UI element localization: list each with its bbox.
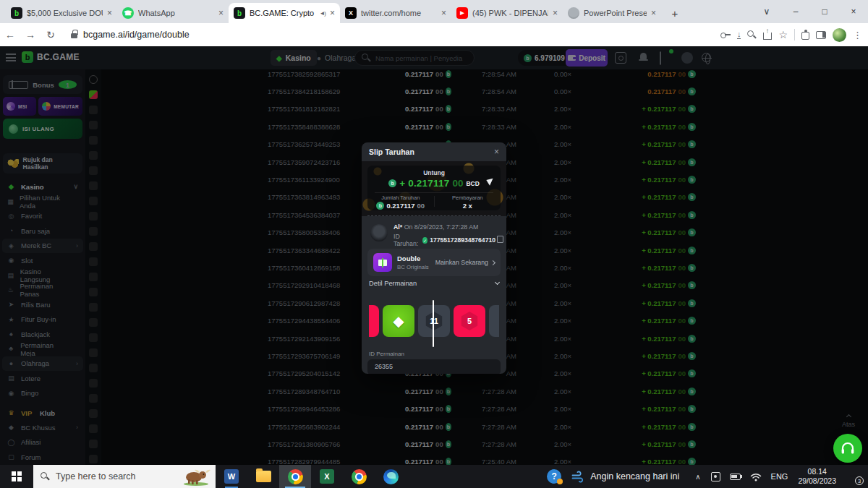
language-indicator[interactable]: ENG: [771, 472, 788, 481]
search-icon: [41, 472, 50, 481]
weather-text: Angin kencang hari ini: [590, 471, 679, 481]
back-button[interactable]: ←: [0, 29, 20, 40]
extensions-icon[interactable]: [801, 32, 809, 40]
tray-app-icon[interactable]: [711, 472, 720, 481]
window-close-button[interactable]: ×: [839, 7, 868, 17]
profit-value: + 0.217117: [399, 178, 449, 189]
divider: [794, 29, 795, 40]
result-tile: ◆: [369, 305, 379, 337]
game-name: Double: [397, 254, 429, 262]
window-maximize-button[interactable]: □: [810, 7, 839, 17]
tab-close-icon[interactable]: ×: [553, 8, 558, 18]
double-result-strip: ◆ ◆ 11 ◆ 5 ◆ ◆: [369, 300, 499, 347]
browser-menu-icon[interactable]: ⋮: [853, 30, 862, 40]
taskbar-file-explorer-icon[interactable]: [247, 465, 279, 488]
url-text[interactable]: bcgame.ai/id/game/double: [83, 30, 190, 40]
browser-tab[interactable]: X twitter.com/home ◄) ×: [340, 3, 451, 23]
taskbar-chrome-icon[interactable]: [343, 465, 375, 488]
bookmark-star-icon[interactable]: ☆: [778, 29, 788, 40]
tab-audio-icon[interactable]: ◄): [319, 10, 326, 17]
payout-label: Pembayaran: [435, 194, 501, 201]
tab-favicon: ▶: [456, 7, 468, 19]
taskbar-excel-icon[interactable]: X: [311, 465, 343, 488]
tab-close-icon[interactable]: ×: [330, 8, 335, 18]
play-now-link[interactable]: Mainkan Sekarang: [435, 259, 495, 266]
browser-tab[interactable]: b $5,000 Exclusive DOU ◄) ×: [6, 3, 117, 23]
bcd-coin-icon: b: [376, 202, 384, 210]
browser-tab-strip: b $5,000 Exclusive DOU ◄) × ☎ WhatsApp ◄…: [0, 0, 868, 23]
browser-tab[interactable]: b BC.GAME: Crypto ◄) ×: [229, 3, 340, 23]
bet-datetime: On 8/29/2023, 7:27:28 AM: [404, 223, 479, 231]
profile-avatar[interactable]: [833, 28, 846, 42]
game-card[interactable]: Double BC Originals Mainkan Sekarang: [367, 249, 501, 276]
date-text: 29/08/2023: [798, 476, 836, 486]
windows-taskbar: Type here to search W X ?: [0, 465, 868, 488]
tab-close-icon[interactable]: ×: [218, 8, 224, 18]
chevron-right-icon: [490, 260, 495, 265]
taskbar-edge-icon[interactable]: [375, 465, 407, 488]
game-detail-toggle[interactable]: Detil Permainan: [369, 280, 499, 287]
share-icon[interactable]: [763, 33, 772, 40]
username: Al*: [393, 223, 402, 231]
double-game-icon: [373, 253, 392, 272]
taskbar-search-input[interactable]: Type here to search: [33, 465, 216, 488]
get-help-icon[interactable]: ?: [547, 469, 561, 484]
taskbar-weather[interactable]: Angin kencang hari ini: [571, 470, 679, 483]
tab-close-icon[interactable]: ×: [651, 8, 656, 18]
tab-search-chevron-icon[interactable]: ∨: [752, 7, 781, 17]
bet-slip-modal: Slip Taruhan × Untung b + 0.21711700 BCD: [362, 142, 506, 374]
forward-button[interactable]: →: [20, 29, 41, 40]
game-id-label: ID Permainan: [369, 351, 404, 357]
notification-center-icon[interactable]: 3: [848, 471, 861, 482]
tab-title: PowerPoint Presentati: [584, 9, 647, 17]
tab-favicon: b: [11, 7, 22, 19]
bcd-coin-icon: b: [388, 179, 396, 187]
password-key-icon[interactable]: [720, 30, 731, 40]
reload-button[interactable]: ↻: [41, 29, 61, 40]
wifi-icon[interactable]: [750, 472, 762, 481]
tile-number: 11: [425, 312, 443, 330]
battery-icon[interactable]: [730, 474, 741, 480]
desktop-screen: b $5,000 Exclusive DOU ◄) × ☎ WhatsApp ◄…: [0, 0, 868, 488]
zoom-icon[interactable]: [747, 30, 757, 40]
windows-logo-icon: [12, 471, 22, 481]
taskbar-clock[interactable]: 08.14 29/08/2023: [798, 467, 836, 486]
side-panel-icon[interactable]: [816, 31, 826, 39]
user-avatar[interactable]: [370, 224, 388, 241]
browser-tab[interactable]: ▶ (45) PWK - DIPENJARA ◄) ×: [451, 3, 563, 23]
support-chat-button[interactable]: [833, 434, 862, 463]
dashed-divider: [367, 215, 501, 216]
result-tile: ◆: [489, 305, 499, 337]
tab-title: $5,000 Exclusive DOU: [27, 9, 103, 17]
tray-chevron-icon[interactable]: ∧: [695, 473, 700, 481]
bcgame-page: b BC.GAME ◆ Kasino ● Olahraga Nama perma…: [0, 46, 868, 465]
copy-icon[interactable]: [498, 237, 503, 243]
taskbar-chrome-active-icon[interactable]: [279, 465, 311, 488]
tab-close-icon[interactable]: ×: [441, 8, 446, 18]
modal-close-icon[interactable]: ×: [494, 147, 499, 157]
start-button[interactable]: [0, 465, 33, 488]
window-minimize-button[interactable]: –: [781, 7, 810, 17]
new-tab-button[interactable]: +: [665, 4, 684, 22]
browser-address-bar: ← → ↻ bcgame.ai/id/game/double ↓ ☆ ⋮: [0, 23, 868, 46]
tab-favicon: [568, 7, 579, 19]
download-icon[interactable]: ↓: [737, 30, 741, 39]
tab-favicon: X: [345, 7, 357, 19]
search-highlight-ox-image[interactable]: [182, 467, 211, 486]
https-lock-icon[interactable]: [71, 33, 77, 38]
browser-tab[interactable]: ☎ WhatsApp ◄) ×: [117, 3, 229, 23]
tab-close-icon[interactable]: ×: [107, 8, 112, 18]
tab-favicon: b: [234, 7, 245, 19]
profit-label: Untung: [367, 169, 501, 176]
bet-amount-value: 0.217117: [386, 202, 414, 210]
currency-label: BCD: [466, 180, 479, 187]
taskbar-word-icon[interactable]: W: [216, 465, 247, 488]
game-id-input[interactable]: 26355: [367, 359, 501, 374]
taskbar-search-placeholder: Type here to search: [56, 471, 135, 481]
result-tile: 11 ◆: [418, 305, 450, 337]
notification-badge: 3: [855, 476, 864, 485]
game-provider: BC Originals: [397, 264, 429, 270]
time-text: 08.14: [798, 467, 836, 476]
browser-tab[interactable]: PowerPoint Presentati ◄) ×: [563, 3, 661, 23]
payout-value: 2 x: [435, 202, 501, 210]
